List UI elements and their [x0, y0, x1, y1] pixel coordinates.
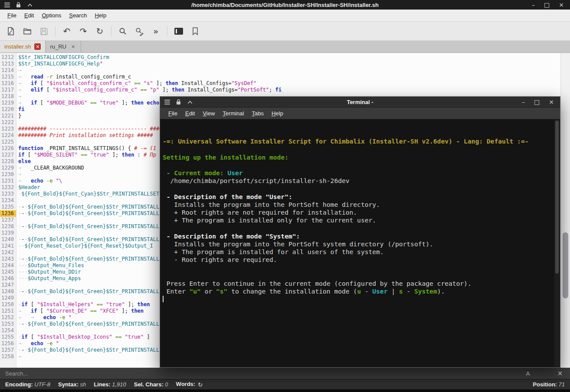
shade-chevron-icon[interactable] — [26, 2, 33, 8]
editor-toolbar: ↶ ↷ ↻ » — [0, 22, 570, 41]
terminal-menu-terminal[interactable]: Terminal — [219, 109, 248, 118]
line-number: 1212 — [0, 54, 16, 61]
toolbar-separator — [167, 26, 167, 36]
editor-vertical-scrollbar[interactable] — [560, 53, 570, 368]
line-number: 1251 — [0, 308, 16, 314]
terminal-menu-tabs[interactable]: Tabs — [248, 109, 267, 118]
minimize-icon[interactable]: – — [522, 97, 525, 107]
terminal-menu-edit[interactable]: Edit — [181, 109, 199, 118]
line-number: 1255 — [0, 334, 16, 340]
terminal-line — [163, 185, 560, 193]
terminal-line: + Root rights are not required for insta… — [163, 209, 560, 216]
line-number: 1234 — [0, 197, 16, 204]
code-line: → — [18, 67, 570, 74]
status-syntax: Syntax: sh — [58, 381, 86, 388]
line-number: 1216 — [0, 80, 16, 87]
pin-lock-icon[interactable] — [175, 99, 182, 105]
fullscreen-button[interactable] — [171, 24, 186, 39]
terminal-menu-help[interactable]: Help — [268, 109, 287, 118]
status-label: Syntax: — [58, 381, 79, 388]
open-file-button[interactable] — [20, 24, 35, 39]
terminal-menu-view[interactable]: View — [199, 109, 219, 118]
line-number: 1248 — [0, 288, 16, 295]
code-line: $Str_INSTALLCONFIGCFG_Help" — [18, 61, 570, 67]
new-file-button[interactable] — [3, 24, 18, 39]
terminal-line — [163, 224, 560, 232]
save-button[interactable] — [36, 24, 51, 39]
terminal-line: /home/chimba/portsoft/script/installer-s… — [163, 177, 560, 185]
line-number: 1238 — [0, 223, 16, 230]
terminal-line: - Root rights are required. — [163, 256, 560, 264]
bookmark-icon — [190, 26, 200, 36]
menu-options[interactable]: Options — [38, 11, 65, 20]
editor-menubar: File Edit Options Search Help — [0, 10, 570, 22]
menu-search[interactable]: Search — [65, 11, 91, 20]
terminal-line: + The program is installed for all users… — [163, 248, 560, 256]
maximize-icon[interactable]: □ — [544, 0, 550, 10]
terminal-content[interactable]: -=: Universal Software Installer Script … — [160, 119, 560, 367]
terminal-scrollbar-thumb[interactable] — [555, 121, 559, 274]
close-tab-icon[interactable]: × — [70, 43, 76, 50]
line-number-gutter: 1212121312141215121612171218121912201221… — [0, 53, 16, 368]
line-number: 1217 — [0, 87, 16, 93]
status-label: Encoding: — [5, 381, 33, 388]
line-number: 1224 — [0, 132, 16, 139]
line-number: 1218 — [0, 93, 16, 100]
bottom-edge-strip — [0, 389, 570, 392]
scrollbar-thumb[interactable] — [563, 232, 568, 298]
terminal-menu-file[interactable]: File — [164, 109, 181, 118]
refresh-words-button[interactable]: ↻ — [197, 381, 204, 388]
line-number: 1229 — [0, 165, 16, 171]
terminal-window: Terminal - – □ × File Edit View Terminal… — [160, 96, 560, 368]
tab-installer-sh[interactable]: installer.sh × — [0, 41, 46, 52]
terminal-title: Terminal - — [160, 99, 560, 105]
line-number: 1219 — [0, 100, 16, 106]
line-number: 1213 — [0, 61, 16, 67]
terminal-line: Setting up the installation mode: — [163, 154, 560, 161]
status-words: Words: ↻ — [176, 381, 204, 388]
close-search-icon[interactable]: × — [555, 369, 565, 378]
titlebar-controls: – □ × — [532, 0, 570, 10]
terminal-scrollbar[interactable] — [554, 120, 560, 367]
terminal-line: Installs the program into the PortSoft s… — [163, 240, 560, 248]
menu-file[interactable]: File — [3, 11, 20, 20]
close-icon[interactable]: × — [549, 97, 554, 107]
line-number: 1245 — [0, 269, 16, 275]
terminal-titlebar[interactable]: Terminal - – □ × — [160, 97, 560, 108]
minimize-icon[interactable]: – — [532, 0, 535, 10]
toolbar-overflow-button[interactable]: » — [148, 24, 163, 39]
close-tab-icon[interactable]: × — [34, 43, 41, 50]
maximize-icon[interactable]: □ — [534, 97, 540, 107]
window-menu-icon[interactable] — [164, 99, 170, 105]
terminal-line — [163, 272, 560, 280]
redo-button[interactable]: ↷ — [76, 24, 91, 39]
terminal-line: Enter "u" or "s" to change the installat… — [163, 287, 560, 295]
line-number: 1230 — [0, 171, 16, 178]
match-case-icon[interactable]: A — [523, 369, 533, 378]
terminal-line — [163, 264, 560, 271]
terminal-line: -=: Universal Software Installer Script … — [163, 137, 560, 145]
bookmark-button[interactable] — [188, 24, 203, 39]
line-number: 1250 — [0, 301, 16, 308]
terminal-line: Press Enter to continue in the current m… — [163, 280, 560, 287]
close-icon[interactable]: × — [559, 0, 564, 10]
window-menu-icon[interactable] — [4, 2, 10, 8]
toolbar-separator — [55, 26, 56, 36]
menu-edit[interactable]: Edit — [20, 11, 38, 20]
find-replace-button[interactable] — [132, 24, 147, 39]
code-line: → elif [ "$install_config_confirm_c" == … — [18, 87, 570, 93]
tab-ru-ru[interactable]: ru_RU × — [46, 41, 81, 52]
terminal-line — [163, 161, 560, 169]
search-input[interactable] — [0, 370, 145, 377]
menu-help[interactable]: Help — [91, 11, 110, 20]
editor-window-titlebar[interactable]: /home/chimba/Documents/GitHub/Installer-… — [0, 0, 570, 10]
undo-button[interactable]: ↶ — [59, 24, 74, 39]
status-value: sh — [80, 381, 86, 388]
status-label: Position: — [533, 381, 557, 388]
reload-button[interactable]: ↻ — [92, 24, 107, 39]
shade-chevron-icon[interactable] — [187, 99, 193, 105]
terminal-lines: -=: Universal Software Installer Script … — [163, 137, 560, 303]
find-button[interactable] — [115, 24, 130, 39]
line-number: 1223 — [0, 126, 16, 132]
pin-lock-icon[interactable] — [15, 2, 22, 8]
